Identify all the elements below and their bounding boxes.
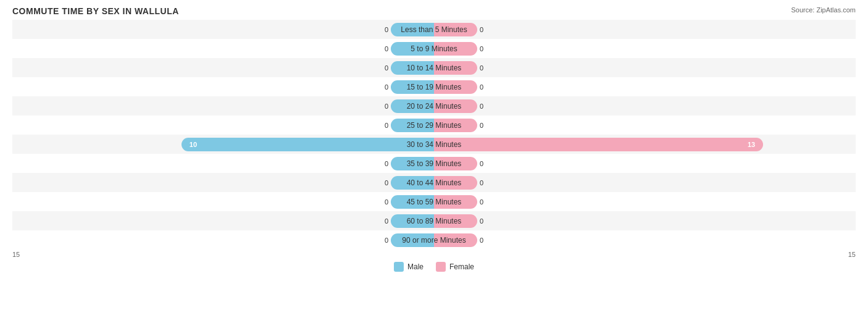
chart-rows: 0 0 Less than 5 Minutes 0 — [12, 20, 856, 250]
female-bar — [434, 80, 477, 94]
male-value: 0 — [380, 64, 388, 72]
right-half: 0 — [434, 58, 856, 77]
chart-row: 0 0 35 to 39 Minutes — [12, 154, 856, 173]
left-half: 0 — [12, 77, 434, 96]
male-bar — [391, 42, 434, 56]
legend: Male Female — [12, 262, 856, 272]
female-value: 0 — [480, 64, 488, 72]
female-bar — [434, 214, 477, 228]
female-value: 0 — [480, 179, 488, 187]
chart-row: 0 0 10 to 14 Minutes — [12, 58, 856, 77]
left-half: 0 — [12, 115, 434, 135]
right-half: 0 — [434, 77, 856, 96]
female-bar — [434, 157, 477, 170]
left-half: 0 — [12, 96, 434, 115]
male-bar — [391, 61, 434, 75]
male-value: 0 — [380, 217, 388, 225]
left-half: 0 — [12, 154, 434, 173]
male-value: 0 — [380, 103, 388, 110]
right-half: 0 — [434, 211, 856, 230]
chart-container: COMMUTE TIME BY SEX IN WALLULA Source: Z… — [0, 0, 868, 323]
female-bar — [434, 176, 477, 190]
female-bar — [434, 233, 477, 247]
female-value: 0 — [480, 122, 488, 129]
left-half: 10 — [12, 135, 434, 154]
legend-female-box — [436, 262, 446, 272]
right-half: 0 — [434, 96, 856, 115]
male-bar — [391, 176, 434, 190]
female-value: 0 — [480, 45, 488, 52]
chart-row: 0 0 45 to 59 Minutes — [12, 192, 856, 211]
source-label: Source: ZipAtlas.com — [791, 6, 856, 14]
female-bar — [434, 195, 477, 209]
male-bar — [391, 80, 434, 94]
chart-row: 0 0 15 to 19 Minutes — [12, 77, 856, 96]
legend-male-label: Male — [407, 262, 424, 271]
male-value: 0 — [380, 122, 388, 129]
chart-row: 0 0 90 or more Minutes — [12, 230, 856, 250]
left-half: 0 — [12, 230, 434, 250]
chart-row: 0 0 40 to 44 Minutes — [12, 173, 856, 192]
chart-title: COMMUTE TIME BY SEX IN WALLULA — [12, 6, 856, 16]
legend-female: Female — [436, 262, 474, 272]
female-bar — [434, 42, 477, 56]
female-value: 0 — [480, 160, 488, 167]
male-value: 0 — [380, 83, 388, 91]
right-half: 0 — [434, 192, 856, 211]
right-half: 0 — [434, 154, 856, 173]
female-value: 0 — [480, 217, 488, 225]
female-value: 0 — [480, 26, 488, 33]
male-bar — [391, 99, 434, 113]
chart-row: 0 0 5 to 9 Minutes — [12, 39, 856, 58]
male-bar — [391, 157, 434, 170]
chart-row: 0 0 Less than 5 Minutes — [12, 20, 856, 39]
right-half: 0 — [434, 230, 856, 250]
left-half: 0 — [12, 58, 434, 77]
legend-female-label: Female — [449, 262, 474, 271]
right-half: 0 — [434, 39, 856, 58]
female-value: 0 — [480, 83, 488, 91]
left-half: 0 — [12, 39, 434, 58]
left-half: 0 — [12, 211, 434, 230]
male-bar — [391, 23, 434, 36]
female-value-badge: 13 — [745, 140, 758, 149]
male-bar: 10 — [182, 138, 434, 151]
chart-row: 10 13 30 to 34 Minutes — [12, 135, 856, 154]
male-bar — [391, 119, 434, 132]
female-bar — [434, 61, 477, 75]
axis-right: 15 — [848, 251, 856, 258]
male-value: 0 — [380, 26, 388, 33]
chart-row: 0 0 25 to 29 Minutes — [12, 115, 856, 135]
right-half: 0 — [434, 20, 856, 39]
chart-row: 0 0 60 to 89 Minutes — [12, 211, 856, 230]
male-value: 0 — [380, 237, 388, 244]
male-bar — [391, 233, 434, 247]
male-value: 0 — [380, 198, 388, 206]
right-half: 13 — [434, 135, 856, 154]
female-bar — [434, 99, 477, 113]
right-half: 0 — [434, 115, 856, 135]
male-value: 0 — [380, 160, 388, 167]
female-value: 0 — [480, 198, 488, 206]
female-value: 0 — [480, 103, 488, 110]
female-bar: 13 — [434, 138, 763, 151]
left-half: 0 — [12, 20, 434, 39]
male-value-badge: 10 — [186, 140, 200, 149]
female-bar — [434, 23, 477, 36]
female-bar — [434, 119, 477, 132]
female-value: 0 — [480, 237, 488, 244]
left-half: 0 — [12, 173, 434, 192]
legend-male-box — [394, 262, 404, 272]
chart-row: 0 0 20 to 24 Minutes — [12, 96, 856, 115]
male-value: 0 — [380, 179, 388, 187]
legend-male: Male — [394, 262, 424, 272]
male-value: 0 — [380, 45, 388, 52]
right-half: 0 — [434, 173, 856, 192]
male-bar — [391, 195, 434, 209]
left-half: 0 — [12, 192, 434, 211]
axis-left: 15 — [12, 251, 20, 258]
male-bar — [391, 214, 434, 228]
axis-labels: 15 15 — [12, 251, 856, 258]
